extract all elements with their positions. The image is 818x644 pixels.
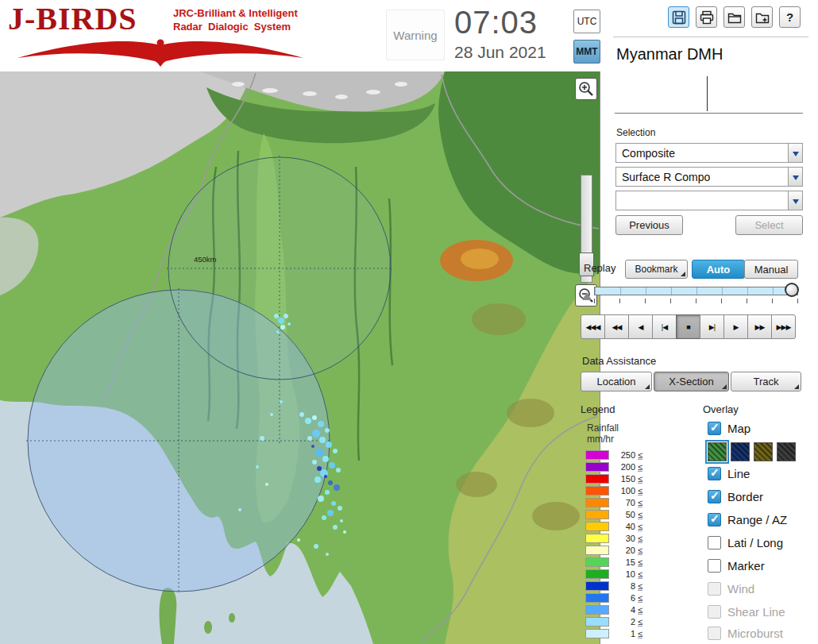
legend-unit-line2: mm/hr <box>587 434 614 445</box>
legend-le: ≤ <box>638 569 642 579</box>
warning-status: Warning <box>386 10 445 60</box>
overlay-item-marker[interactable]: Marker <box>708 559 765 573</box>
replay-slider-handle[interactable] <box>785 283 799 297</box>
utc-toggle-button[interactable]: UTC <box>573 10 600 33</box>
overlay-item-shear-line: Shear Line <box>708 605 785 619</box>
play-button[interactable]: ▶ <box>723 314 748 339</box>
chevron-down-icon[interactable] <box>788 168 802 186</box>
export-button[interactable] <box>751 6 773 28</box>
clock-date: 28 Jun 2021 <box>454 43 546 62</box>
legend-row: 8≤ <box>585 580 657 592</box>
legend-row: 10≤ <box>585 568 657 580</box>
overlay-item-map[interactable]: Map <box>708 422 750 435</box>
legend-row: 6≤ <box>585 592 657 604</box>
map-style-gray[interactable] <box>777 442 796 461</box>
legend-value: 1 <box>613 629 635 638</box>
bookmark-button[interactable]: Bookmark <box>625 260 688 279</box>
composite-dropdown-value: Composite <box>616 144 788 162</box>
legend-value: 200 <box>613 462 635 472</box>
overlay-item-line[interactable]: Line <box>708 467 750 480</box>
legend-row: 250≤ <box>585 449 657 461</box>
location-label: Location <box>596 376 635 388</box>
skip-to-start-button[interactable]: ◀◀◀ <box>581 314 605 339</box>
clock-time: 07:03 <box>454 5 538 40</box>
overlay-item-label: Map <box>727 422 750 435</box>
folder-icon <box>727 10 742 25</box>
print-button[interactable] <box>696 6 717 28</box>
product-dropdown[interactable]: Surface R Compo <box>615 167 803 187</box>
replay-slider-track[interactable] <box>594 287 798 295</box>
toolbar-divider <box>613 37 808 37</box>
legend-color-swatch <box>585 629 609 638</box>
legend-color-swatch <box>585 474 609 484</box>
border-checkbox[interactable] <box>708 490 721 503</box>
legend-value: 40 <box>613 522 635 531</box>
auto-button[interactable]: Auto <box>692 260 745 279</box>
stop-button[interactable]: ■ <box>676 314 700 339</box>
legend-color-swatch <box>585 546 609 555</box>
map-checkbox[interactable] <box>708 422 721 435</box>
app-tagline: JRC-Brilliant & Intelligent Radar Dialog… <box>173 7 298 34</box>
legend-color-swatch <box>585 462 609 472</box>
range-az-checkbox[interactable] <box>708 513 721 526</box>
legend-value: 2 <box>613 617 635 627</box>
select-button[interactable]: Select <box>735 215 803 235</box>
shear-line-checkbox <box>708 605 721 619</box>
overlay-item-lati-long[interactable]: Lati / Long <box>708 536 783 550</box>
legend-le: ≤ <box>638 498 642 507</box>
map-style-olive[interactable] <box>754 442 773 461</box>
overlay-item-microburst: Microburst <box>708 627 783 640</box>
fast-rewind-button[interactable]: ◀◀ <box>604 314 629 339</box>
overlay-item-border[interactable]: Border <box>708 490 763 503</box>
legend-color-swatch <box>585 569 609 579</box>
previous-button[interactable]: Previous <box>615 215 683 235</box>
chevron-down-icon[interactable] <box>788 191 802 210</box>
line-checkbox[interactable] <box>708 467 721 480</box>
toolbar: ? <box>668 6 801 28</box>
legend-color-swatch <box>585 510 609 519</box>
marker-checkbox[interactable] <box>708 559 721 573</box>
legend-row: 100≤ <box>585 484 657 496</box>
radar-map[interactable]: 450km <box>0 71 600 644</box>
mmt-toggle-button[interactable]: MMT <box>573 40 600 64</box>
fast-forward-button[interactable]: ▶▶ <box>747 314 772 339</box>
legend-color-swatch <box>585 581 609 591</box>
chevron-down-icon[interactable] <box>788 144 802 162</box>
xsection-button[interactable]: X-Section <box>654 372 729 391</box>
legend-le: ≤ <box>638 474 642 484</box>
track-button[interactable]: Track <box>731 372 801 391</box>
skip-to-end-button[interactable]: ▶▶▶ <box>771 314 796 339</box>
open-file-button[interactable] <box>723 6 745 28</box>
header: J-BIRDS JRC-Brilliant & Intelligent Rada… <box>0 0 818 71</box>
legend-color-swatch <box>585 593 609 603</box>
legend-le: ≤ <box>638 510 642 519</box>
frame-forward-button[interactable]: ▶| <box>700 314 724 339</box>
zoom-in-button[interactable] <box>575 78 597 100</box>
wind-checkbox <box>708 582 721 596</box>
legend-color-swatch <box>585 450 609 460</box>
help-button[interactable]: ? <box>779 6 801 28</box>
legend-color-swatch <box>585 498 609 507</box>
step-back-button[interactable]: ◀ <box>628 314 653 339</box>
overlay-item-range-az[interactable]: Range / AZ <box>708 513 787 526</box>
location-button[interactable]: Location <box>581 372 652 391</box>
save-button[interactable] <box>668 6 689 28</box>
legend-le: ≤ <box>638 522 642 531</box>
overlay-item-label: Marker <box>727 559 765 573</box>
legend-value: 30 <box>613 534 635 543</box>
legend-row: 70≤ <box>585 496 657 508</box>
legend-row: 40≤ <box>585 520 657 532</box>
map-style-green[interactable] <box>708 442 727 461</box>
legend-row: 1≤ <box>585 627 657 639</box>
composite-dropdown[interactable]: Composite <box>615 143 803 163</box>
overlay-item-label: Border <box>727 490 763 503</box>
map-style-navy[interactable] <box>731 442 750 461</box>
legend-value: 50 <box>613 510 635 519</box>
manual-button[interactable]: Manual <box>744 260 798 279</box>
radar-map-area[interactable]: 450km <box>0 71 600 644</box>
option-dropdown[interactable] <box>615 191 803 210</box>
legend-le: ≤ <box>638 605 642 615</box>
lati-long-checkbox[interactable] <box>708 536 721 550</box>
replay-slider-ticks <box>594 299 798 303</box>
frame-back-button[interactable]: |◀ <box>652 314 677 339</box>
